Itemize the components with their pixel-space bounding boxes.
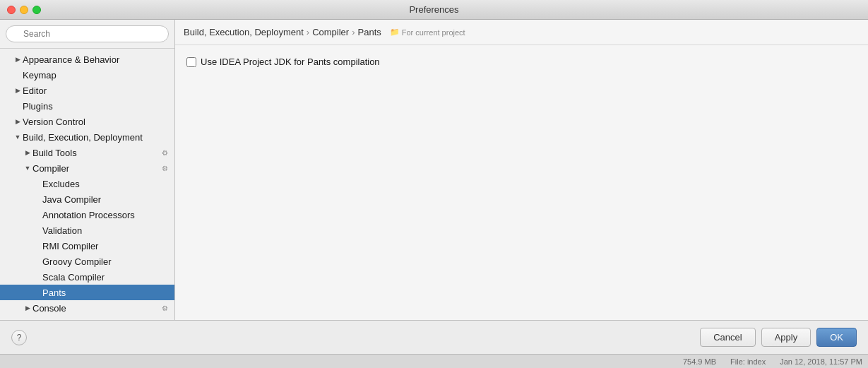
sidebar-item-label: Compiler: [32, 163, 159, 174]
breadcrumb-part-1: Build, Execution, Deployment: [184, 27, 304, 37]
sidebar-item-label: Keymap: [23, 70, 172, 81]
window-title: Preferences: [409, 4, 458, 15]
sidebar-item-version-control[interactable]: ▶ Version Control: [0, 114, 174, 129]
sidebar-item-keymap[interactable]: ▶ Keymap: [0, 67, 174, 83]
sidebar-item-label: Appearance & Behavior: [23, 54, 172, 65]
main-content: ⌕ ▶ Appearance & Behavior ▶ Keymap ▶ Edi…: [0, 20, 868, 320]
sidebar-item-appearance-behavior[interactable]: ▶ Appearance & Behavior: [0, 52, 174, 67]
sidebar-item-label: Build Tools: [32, 148, 159, 158]
minimize-button[interactable]: [20, 6, 28, 14]
sidebar-item-pants[interactable]: ▶ Pants: [0, 285, 174, 300]
sidebar-item-label: RMI Compiler: [42, 241, 172, 251]
sidebar-item-build-tools[interactable]: ▶ Build Tools ⚙: [0, 145, 174, 160]
breadcrumb-part-2: Compiler: [312, 27, 349, 37]
sidebar-item-label: Version Control: [23, 117, 172, 127]
search-box: ⌕: [0, 20, 174, 49]
project-badge-label: For current project: [402, 28, 465, 37]
status-timestamp: Jan 12, 2018, 11:57 PM: [780, 357, 862, 366]
close-button[interactable]: [7, 6, 16, 14]
expand-arrow: ▶: [13, 85, 23, 95]
sidebar-item-label: Console: [32, 303, 159, 314]
search-input[interactable]: [6, 25, 169, 42]
sidebar-item-groovy-compiler[interactable]: ▶ Groovy Compiler: [0, 254, 174, 269]
sidebar-item-excludes[interactable]: ▶ Excludes: [0, 176, 174, 191]
expand-arrow: ▶: [13, 54, 23, 64]
expand-arrow: ▶: [23, 148, 32, 158]
sidebar-item-label: Scala Compiler: [42, 272, 172, 283]
help-icon: ?: [17, 333, 22, 343]
sidebar-tree: ▶ Appearance & Behavior ▶ Keymap ▶ Edito…: [0, 49, 174, 320]
expand-arrow: ▼: [13, 132, 23, 142]
checkbox-row: Use IDEA Project JDK for Pants compilati…: [186, 57, 857, 67]
checkbox-label: Use IDEA Project JDK for Pants compilati…: [201, 57, 380, 67]
sidebar-item-console[interactable]: ▶ Console ⚙: [0, 300, 174, 316]
content-area: Use IDEA Project JDK for Pants compilati…: [175, 45, 868, 320]
cancel-button[interactable]: Cancel: [700, 328, 755, 347]
use-idea-jdk-checkbox[interactable]: [186, 57, 196, 67]
settings-icon: ⚙: [159, 162, 170, 174]
ok-button[interactable]: OK: [816, 328, 857, 347]
sidebar-item-label: Groovy Compiler: [42, 256, 172, 267]
project-icon: 📁: [390, 28, 400, 37]
settings-icon: ⚙: [159, 147, 170, 158]
bottom-right: Cancel Apply OK: [700, 328, 857, 347]
sidebar-item-editor[interactable]: ▶ Editor: [0, 83, 174, 98]
sidebar-item-label: Pants: [42, 287, 172, 298]
status-memory: 754.9 MB: [683, 357, 716, 366]
sidebar-item-label: Validation: [42, 225, 172, 236]
project-badge: 📁 For current project: [390, 28, 465, 37]
breadcrumb: Build, Execution, Deployment › Compiler …: [175, 20, 868, 45]
sidebar-item-label: Editor: [23, 85, 172, 96]
bottom-bar: ? Cancel Apply OK: [0, 320, 868, 354]
sidebar-item-build-execution-deployment[interactable]: ▼ Build, Execution, Deployment: [0, 129, 174, 145]
settings-icon: ⚙: [159, 302, 170, 314]
sidebar-item-java-compiler[interactable]: ▶ Java Compiler: [0, 191, 174, 207]
sidebar-item-annotation-processors[interactable]: ▶ Annotation Processors: [0, 207, 174, 222]
breadcrumb-separator: ›: [307, 27, 309, 37]
sidebar-item-label: Excludes: [42, 179, 172, 189]
sidebar-item-compiler[interactable]: ▼ Compiler ⚙: [0, 160, 174, 176]
sidebar-item-rmi-compiler[interactable]: ▶ RMI Compiler: [0, 238, 174, 254]
breadcrumb-separator-2: ›: [352, 27, 355, 37]
title-bar: Preferences: [0, 0, 868, 20]
expand-arrow: ▶: [13, 117, 23, 126]
sidebar-item-label: Java Compiler: [42, 194, 172, 205]
apply-button[interactable]: Apply: [761, 328, 811, 347]
sidebar-item-label: Build, Execution, Deployment: [23, 132, 172, 143]
sidebar-item-validation[interactable]: ▶ Validation: [0, 222, 174, 238]
sidebar-item-plugins[interactable]: ▶ Plugins: [0, 98, 174, 114]
status-action: File: index: [730, 357, 766, 366]
status-bar: 754.9 MB File: index Jan 12, 2018, 11:57…: [0, 354, 868, 368]
bottom-left: ?: [11, 330, 27, 345]
sidebar-item-label: Plugins: [23, 101, 172, 112]
sidebar-item-label: Annotation Processors: [42, 210, 172, 220]
expand-arrow: ▼: [23, 163, 32, 173]
help-button[interactable]: ?: [11, 330, 27, 345]
breadcrumb-current: Pants: [358, 27, 381, 37]
maximize-button[interactable]: [32, 6, 41, 14]
sidebar-item-scala-compiler[interactable]: ▶ Scala Compiler: [0, 269, 174, 285]
sidebar: ⌕ ▶ Appearance & Behavior ▶ Keymap ▶ Edi…: [0, 20, 175, 320]
window-controls[interactable]: [7, 6, 41, 14]
content-panel: Build, Execution, Deployment › Compiler …: [175, 20, 868, 320]
expand-arrow: ▶: [23, 303, 32, 313]
search-wrapper: ⌕: [6, 25, 169, 42]
